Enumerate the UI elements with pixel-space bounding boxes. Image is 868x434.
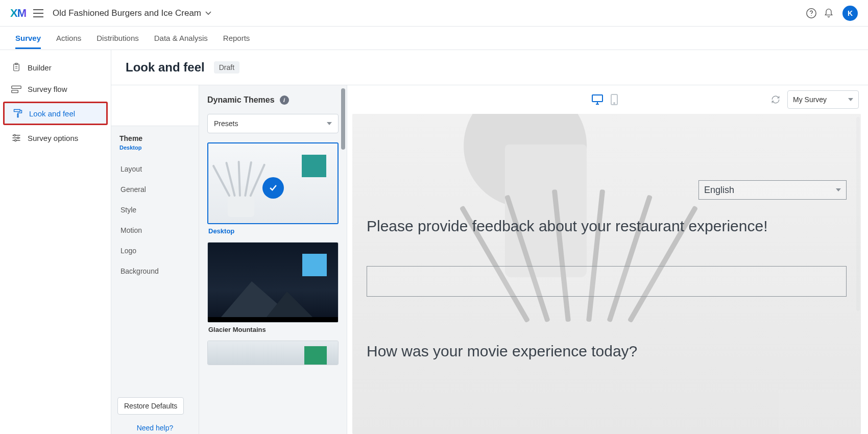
need-help-link[interactable]: Need help? — [111, 421, 199, 434]
theme-swatch — [302, 254, 327, 276]
nav-label: Survey options — [28, 134, 78, 142]
tab-distributions[interactable]: Distributions — [97, 28, 139, 49]
tab-data-analysis[interactable]: Data & Analysis — [154, 28, 208, 49]
svg-point-7 — [17, 137, 19, 138]
nav-label: Survey flow — [28, 85, 67, 93]
nav-survey-flow[interactable]: Survey flow — [0, 79, 111, 100]
tab-survey[interactable]: Survey — [15, 28, 41, 49]
settings-logo[interactable]: Logo — [111, 240, 199, 261]
page-title: Look and feel — [126, 60, 205, 75]
settings-motion[interactable]: Motion — [111, 220, 199, 240]
settings-style[interactable]: Style — [111, 200, 199, 220]
tab-actions[interactable]: Actions — [56, 28, 81, 49]
xm-logo: XM — [10, 7, 26, 20]
themes-heading: Dynamic Themes i — [207, 95, 339, 105]
svg-point-8 — [15, 139, 16, 141]
svg-point-11 — [614, 103, 615, 104]
clipboard-icon — [11, 62, 21, 73]
svg-rect-9 — [592, 95, 602, 102]
settings-layout[interactable]: Layout — [111, 159, 199, 179]
nav-builder[interactable]: Builder — [0, 56, 111, 79]
flow-icon — [11, 85, 21, 93]
info-icon[interactable]: i — [280, 95, 289, 105]
settings-general[interactable]: General — [111, 179, 199, 200]
theme-label: Glacier Mountains — [208, 326, 337, 333]
project-name: Old Fashioned Burgers and Ice Cream — [53, 8, 201, 18]
menu-icon[interactable] — [33, 9, 43, 17]
paint-icon — [13, 108, 23, 118]
tab-reports[interactable]: Reports — [223, 28, 250, 49]
nav-label: Look and feel — [29, 109, 75, 118]
language-select[interactable]: English — [698, 180, 847, 200]
preview-question-1: Please provide feedback about your resta… — [367, 216, 847, 237]
status-badge: Draft — [214, 61, 239, 74]
settings-background[interactable]: Background — [111, 261, 199, 281]
restore-defaults-button[interactable]: Restore Defaults — [117, 397, 184, 415]
theme-swatch — [304, 346, 327, 365]
survey-dropdown[interactable]: My Survey — [787, 90, 859, 109]
chevron-down-icon — [327, 122, 332, 125]
mobile-preview-icon[interactable] — [611, 94, 618, 105]
settings-section-title[interactable]: Theme — [119, 134, 190, 142]
preview-question-2: How was your movie experience today? — [367, 341, 847, 362]
theme-card-glacier[interactable] — [207, 242, 339, 323]
chevron-down-icon — [205, 11, 211, 15]
nav-label: Builder — [28, 63, 52, 72]
theme-swatch — [302, 155, 326, 177]
nav-survey-options[interactable]: Survey options — [0, 127, 111, 149]
chevron-down-icon — [848, 98, 853, 101]
project-title-dropdown[interactable]: Old Fashioned Burgers and Ice Cream — [53, 8, 211, 18]
theme-label: Desktop — [208, 227, 337, 235]
svg-point-1 — [811, 15, 811, 15]
settings-section-sub: Desktop — [119, 144, 190, 151]
svg-point-6 — [14, 134, 15, 136]
refresh-icon[interactable] — [771, 95, 780, 104]
help-icon[interactable] — [803, 5, 820, 22]
preview-column: My Survey — [347, 85, 868, 434]
sliders-icon — [11, 133, 21, 142]
desktop-preview-icon[interactable] — [591, 94, 604, 105]
svg-rect-4 — [12, 86, 21, 88]
theme-card-third[interactable] — [207, 341, 339, 365]
settings-blank — [111, 85, 199, 126]
preview-stage: English Please provide feedback about yo… — [352, 114, 861, 434]
chevron-down-icon — [836, 188, 841, 191]
settings-column: Theme Desktop Layout General Style Motio… — [111, 85, 199, 434]
bell-icon[interactable] — [820, 5, 837, 22]
check-icon — [262, 177, 284, 199]
svg-rect-5 — [12, 90, 18, 92]
main-tabs: Survey Actions Distributions Data & Anal… — [0, 27, 868, 50]
avatar[interactable]: K — [842, 6, 858, 21]
presets-dropdown[interactable]: Presets — [207, 114, 339, 133]
nav-look-and-feel[interactable]: Look and feel — [3, 102, 108, 125]
theme-card-desktop[interactable] — [207, 142, 339, 224]
survey-left-nav: Builder Survey flow Look and feel Survey… — [0, 50, 111, 434]
preview-answer-input[interactable] — [367, 266, 847, 297]
themes-column: Dynamic Themes i Presets — [199, 85, 347, 434]
themes-scrollbar[interactable] — [341, 88, 345, 150]
